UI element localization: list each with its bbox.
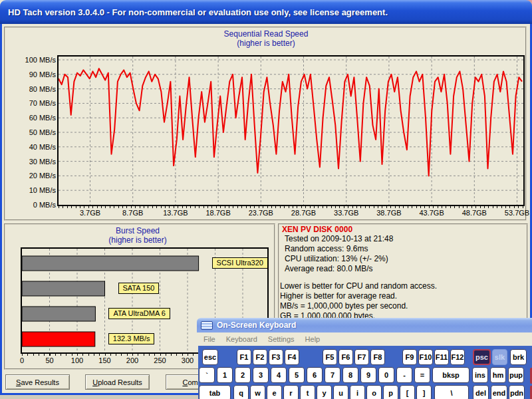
note-lower-better: Lower is better for CPU and random acces…: [280, 281, 437, 291]
menu-settings[interactable]: Settings: [263, 335, 300, 343]
sequential-chart-subtitle: (higher is better): [0, 39, 532, 48]
key-bksp[interactable]: bksp: [432, 367, 469, 383]
note-higher-better: Higher is better for average read.: [280, 291, 397, 301]
key-4[interactable]: 4: [271, 367, 287, 383]
seq-y-tick-label: 100 MB/s: [5, 56, 56, 64]
seq-y-tick-label: 30 MB/s: [5, 158, 56, 166]
menu-help[interactable]: Help: [300, 335, 326, 343]
burst-bar-4: [22, 332, 95, 346]
key-F2[interactable]: F2: [253, 349, 267, 365]
key-F3[interactable]: F3: [269, 349, 283, 365]
key-\[interactable]: \: [434, 385, 469, 399]
key-`[interactable]: `: [199, 367, 215, 383]
key-q[interactable]: q: [233, 385, 249, 399]
key-F6[interactable]: F6: [338, 349, 353, 365]
burst-chart-subtitle: (higher is better): [0, 235, 275, 245]
key-2[interactable]: 2: [235, 367, 251, 383]
osk-key-row-3: tabqwertyuiop[]\delendpdn: [199, 385, 525, 399]
osk-titlebar[interactable]: On-Screen Keyboard: [197, 318, 532, 332]
key-i[interactable]: i: [350, 385, 365, 399]
key-[[interactable]: [: [400, 385, 415, 399]
save-results-button[interactable]: Save Results: [5, 374, 70, 390]
sequential-chart-svg: [59, 57, 523, 205]
burst-bar-label: SCSI Ultra320: [212, 257, 268, 269]
key-del[interactable]: del: [473, 385, 489, 399]
key-9[interactable]: 9: [360, 367, 376, 383]
key-pup[interactable]: pup: [508, 367, 524, 383]
key-e[interactable]: e: [267, 385, 282, 399]
seq-x-tick-label: 33.7GB: [327, 209, 366, 217]
key-7[interactable]: 7: [325, 367, 340, 383]
key-u[interactable]: u: [333, 385, 348, 399]
key-esc[interactable]: esc: [202, 349, 218, 365]
seq-x-tick-label: 23.7GB: [241, 209, 281, 217]
key-w[interactable]: w: [250, 385, 265, 399]
burst-bar-label: SATA 150: [118, 283, 160, 294]
key-brk[interactable]: brk: [510, 349, 527, 365]
key-slk[interactable]: slk: [492, 349, 507, 365]
upload-results-button[interactable]: Upload Results: [85, 374, 150, 390]
key-pdn[interactable]: pdn: [509, 385, 525, 399]
key-F4[interactable]: F4: [285, 349, 299, 365]
on-screen-keyboard-window: On-Screen Keyboard File Keyboard Setting…: [197, 318, 532, 399]
key-p[interactable]: p: [383, 385, 398, 399]
menu-keyboard[interactable]: Keyboard: [221, 335, 263, 343]
key-0[interactable]: 0: [378, 367, 394, 383]
read-speed-line: [59, 68, 522, 176]
burst-chart-title: Burst Speed: [0, 226, 275, 235]
seq-x-tick-label: 48.7GB: [454, 209, 494, 217]
desktop: HD Tach version 3.0.4.0 - For non-commer…: [0, 0, 532, 399]
key-t[interactable]: t: [300, 385, 315, 399]
burst-bar-label: ATA UltraDMA 6: [108, 308, 170, 319]
seq-y-tick-label: 90 MB/s: [5, 70, 56, 78]
key-][interactable]: ]: [416, 385, 432, 399]
keyboard-icon: [201, 321, 213, 330]
seq-x-tick-label: 13.7GB: [156, 209, 196, 217]
seq-x-tick-label: 43.7GB: [412, 209, 452, 217]
key-ins[interactable]: ins: [472, 367, 488, 383]
burst-bar-2: [22, 281, 105, 296]
burst-bar-3: [22, 307, 95, 321]
random-access-line: Random access: 9.6ms: [285, 244, 368, 253]
seq-x-tick-label: 8.7GB: [113, 209, 153, 217]
seq-x-tick-label: 28.7GB: [284, 209, 324, 217]
key--[interactable]: -: [396, 367, 412, 383]
key-5[interactable]: 5: [289, 367, 305, 383]
key-6[interactable]: 6: [307, 367, 323, 383]
key-y[interactable]: y: [317, 385, 332, 399]
sequential-chart-title: Sequential Read Speed: [0, 29, 532, 39]
key-=[interactable]: =: [414, 367, 430, 383]
key-tab[interactable]: tab: [199, 385, 231, 399]
hdtach-window-title: HD Tach version 3.0.4.0 - For non-commer…: [8, 7, 388, 17]
key-3[interactable]: 3: [253, 367, 269, 383]
note-mbs-definition: MB/s = 1,000,000 bytes per second.: [280, 301, 408, 311]
seq-x-tick-label: 53.7GB: [497, 209, 532, 217]
osk-key-row-1: escF1F2F3F4F5F6F7F8F9F10F11F12pscslkbrk: [202, 349, 527, 365]
key-F7[interactable]: F7: [354, 349, 369, 365]
key-1[interactable]: 1: [217, 367, 233, 383]
osk-menubar: File Keyboard Settings Help: [198, 332, 532, 346]
key-o[interactable]: o: [366, 385, 382, 399]
sequential-axis-ticks: [59, 205, 523, 208]
key-F12[interactable]: F12: [450, 349, 465, 365]
burst-bar-label: 132.3 MB/s: [108, 333, 155, 344]
drive-name: XEN PV DISK 0000: [282, 225, 352, 234]
hdtach-titlebar[interactable]: HD Tach version 3.0.4.0 - For non-commer…: [0, 0, 532, 24]
key-hm[interactable]: hm: [490, 367, 506, 383]
key-F10[interactable]: F10: [418, 349, 433, 365]
menu-file[interactable]: File: [198, 335, 221, 343]
key-F9[interactable]: F9: [402, 349, 417, 365]
seq-x-tick-label: 38.7GB: [369, 209, 409, 217]
key-F5[interactable]: F5: [323, 349, 337, 365]
key-F1[interactable]: F1: [237, 349, 251, 365]
seq-y-tick-label: 80 MB/s: [5, 85, 56, 93]
key-end[interactable]: end: [491, 385, 507, 399]
cpu-utilization-line: CPU utilization: 13% (+/- 2%): [285, 254, 388, 263]
key-r[interactable]: r: [283, 385, 299, 399]
seq-y-tick-label: 50 MB/s: [5, 128, 56, 136]
sequential-plot-area: [57, 55, 525, 206]
key-8[interactable]: 8: [342, 367, 358, 383]
key-F11[interactable]: F11: [434, 349, 449, 365]
key-psc[interactable]: psc: [473, 349, 491, 365]
key-F8[interactable]: F8: [370, 349, 385, 365]
